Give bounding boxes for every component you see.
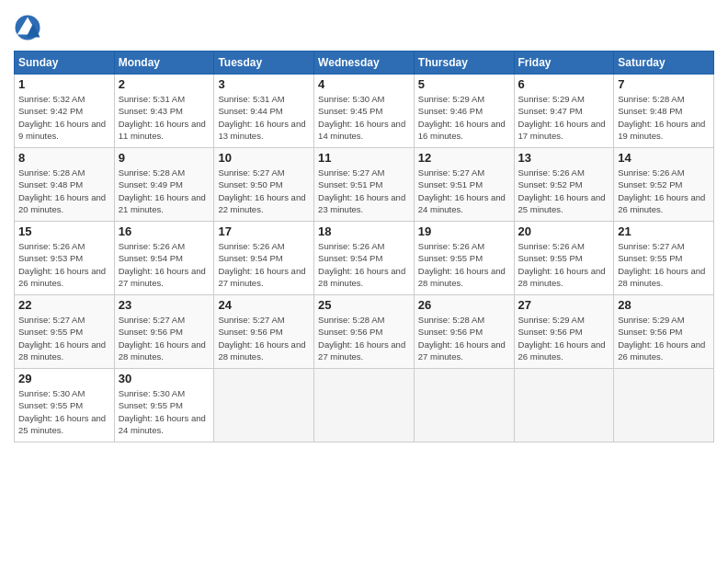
sunrise-label: Sunrise: 5:27 AM (418, 167, 484, 178)
sunrise-label: Sunrise: 5:29 AM (518, 315, 585, 325)
sunrise-label: Sunrise: 5:26 AM (18, 241, 85, 251)
sunset-label: Sunset: 9:48 PM (618, 106, 682, 116)
sunrise-label: Sunrise: 5:31 AM (119, 94, 185, 104)
day-info: Sunrise: 5:26 AM Sunset: 9:53 PM Dayligh… (18, 240, 110, 289)
daylight-label: Daylight: 16 hours and 13 minutes. (218, 119, 305, 141)
day-info: Sunrise: 5:28 AM Sunset: 9:49 PM Dayligh… (119, 167, 210, 215)
week-row-1: 1 Sunrise: 5:32 AM Sunset: 9:42 PM Dayli… (15, 75, 714, 148)
daylight-label: Daylight: 16 hours and 26 minutes. (618, 339, 705, 362)
sunrise-label: Sunrise: 5:27 AM (119, 315, 185, 325)
day-info: Sunrise: 5:30 AM Sunset: 9:55 PM Dayligh… (18, 387, 110, 436)
day-info: Sunrise: 5:26 AM Sunset: 9:55 PM Dayligh… (418, 240, 510, 289)
day-number: 12 (418, 151, 510, 165)
sunset-label: Sunset: 9:54 PM (318, 253, 382, 263)
sunrise-label: Sunrise: 5:32 AM (18, 94, 85, 104)
day-info: Sunrise: 5:29 AM Sunset: 9:47 PM Dayligh… (518, 93, 610, 142)
day-info: Sunrise: 5:27 AM Sunset: 9:56 PM Dayligh… (218, 314, 310, 362)
day-number: 5 (418, 77, 510, 91)
sunset-label: Sunset: 9:55 PM (119, 400, 183, 410)
day-number: 10 (218, 151, 310, 165)
day-number: 13 (518, 151, 610, 165)
day-header-tuesday: Tuesday (214, 52, 314, 75)
day-number: 25 (318, 298, 410, 312)
calendar-cell: 4 Sunrise: 5:30 AM Sunset: 9:45 PM Dayli… (314, 75, 415, 148)
day-info: Sunrise: 5:27 AM Sunset: 9:55 PM Dayligh… (18, 314, 110, 362)
week-row-2: 8 Sunrise: 5:28 AM Sunset: 9:48 PM Dayli… (15, 148, 714, 222)
day-number: 20 (518, 224, 610, 238)
daylight-label: Daylight: 16 hours and 16 minutes. (418, 119, 506, 141)
calendar-cell: 30 Sunrise: 5:30 AM Sunset: 9:55 PM Dayl… (114, 369, 214, 442)
daylight-label: Daylight: 16 hours and 23 minutes. (318, 192, 405, 214)
sunset-label: Sunset: 9:51 PM (318, 179, 382, 190)
daylight-label: Daylight: 16 hours and 9 minutes. (18, 119, 106, 141)
day-number: 15 (18, 224, 110, 238)
calendar-header-row: SundayMondayTuesdayWednesdayThursdayFrid… (15, 52, 714, 75)
sunrise-label: Sunrise: 5:28 AM (418, 315, 484, 325)
day-number: 16 (119, 224, 210, 238)
calendar-cell (614, 369, 714, 442)
sunset-label: Sunset: 9:49 PM (119, 179, 183, 190)
sunset-label: Sunset: 9:56 PM (119, 327, 183, 337)
day-info: Sunrise: 5:27 AM Sunset: 9:51 PM Dayligh… (318, 167, 410, 215)
daylight-label: Daylight: 16 hours and 24 minutes. (418, 192, 506, 214)
day-number: 30 (119, 372, 210, 385)
calendar-cell: 21 Sunrise: 5:27 AM Sunset: 9:55 PM Dayl… (614, 222, 714, 295)
day-info: Sunrise: 5:26 AM Sunset: 9:52 PM Dayligh… (618, 167, 710, 215)
daylight-label: Daylight: 16 hours and 28 minutes. (618, 266, 705, 288)
day-info: Sunrise: 5:28 AM Sunset: 9:56 PM Dayligh… (418, 314, 510, 362)
sunset-label: Sunset: 9:55 PM (418, 253, 483, 263)
calendar-cell: 24 Sunrise: 5:27 AM Sunset: 9:56 PM Dayl… (214, 295, 314, 369)
sunset-label: Sunset: 9:56 PM (518, 327, 583, 337)
sunrise-label: Sunrise: 5:27 AM (318, 167, 384, 178)
calendar-cell: 12 Sunrise: 5:27 AM Sunset: 9:51 PM Dayl… (414, 148, 514, 222)
day-header-sunday: Sunday (15, 52, 115, 75)
calendar-cell: 11 Sunrise: 5:27 AM Sunset: 9:51 PM Dayl… (314, 148, 415, 222)
calendar-cell: 25 Sunrise: 5:28 AM Sunset: 9:56 PM Dayl… (314, 295, 415, 369)
calendar-cell: 5 Sunrise: 5:29 AM Sunset: 9:46 PM Dayli… (414, 75, 514, 148)
day-number: 29 (18, 372, 110, 385)
sunset-label: Sunset: 9:53 PM (18, 253, 83, 263)
daylight-label: Daylight: 16 hours and 26 minutes. (518, 339, 606, 362)
sunrise-label: Sunrise: 5:28 AM (119, 167, 185, 178)
day-number: 1 (18, 77, 110, 91)
day-info: Sunrise: 5:26 AM Sunset: 9:52 PM Dayligh… (518, 167, 610, 215)
day-info: Sunrise: 5:31 AM Sunset: 9:44 PM Dayligh… (218, 93, 310, 142)
day-number: 18 (318, 224, 410, 238)
day-number: 21 (618, 224, 710, 238)
sunset-label: Sunset: 9:51 PM (418, 179, 483, 190)
daylight-label: Daylight: 16 hours and 27 minutes. (119, 266, 206, 288)
daylight-label: Daylight: 16 hours and 27 minutes. (418, 339, 506, 362)
sunset-label: Sunset: 9:45 PM (318, 106, 382, 116)
daylight-label: Daylight: 16 hours and 22 minutes. (218, 192, 305, 214)
sunrise-label: Sunrise: 5:26 AM (518, 167, 585, 178)
calendar-cell: 19 Sunrise: 5:26 AM Sunset: 9:55 PM Dayl… (414, 222, 514, 295)
daylight-label: Daylight: 16 hours and 28 minutes. (18, 339, 106, 362)
sunset-label: Sunset: 9:55 PM (618, 253, 682, 263)
daylight-label: Daylight: 16 hours and 21 minutes. (119, 192, 206, 214)
day-number: 28 (618, 298, 710, 312)
calendar-cell: 13 Sunrise: 5:26 AM Sunset: 9:52 PM Dayl… (514, 148, 614, 222)
calendar-cell (414, 369, 514, 442)
calendar-cell (514, 369, 614, 442)
day-number: 27 (518, 298, 610, 312)
calendar-cell: 17 Sunrise: 5:26 AM Sunset: 9:54 PM Dayl… (214, 222, 314, 295)
day-info: Sunrise: 5:27 AM Sunset: 9:55 PM Dayligh… (618, 240, 710, 289)
day-number: 17 (218, 224, 310, 238)
sunrise-label: Sunrise: 5:26 AM (119, 241, 185, 251)
sunset-label: Sunset: 9:56 PM (318, 327, 382, 337)
sunrise-label: Sunrise: 5:30 AM (18, 388, 85, 398)
day-info: Sunrise: 5:26 AM Sunset: 9:54 PM Dayligh… (318, 240, 410, 289)
sunrise-label: Sunrise: 5:29 AM (618, 315, 684, 325)
day-info: Sunrise: 5:27 AM Sunset: 9:51 PM Dayligh… (418, 167, 510, 215)
sunrise-label: Sunrise: 5:30 AM (119, 388, 185, 398)
calendar-cell: 7 Sunrise: 5:28 AM Sunset: 9:48 PM Dayli… (614, 75, 714, 148)
sunset-label: Sunset: 9:55 PM (18, 327, 83, 337)
sunset-label: Sunset: 9:46 PM (418, 106, 483, 116)
day-info: Sunrise: 5:26 AM Sunset: 9:54 PM Dayligh… (119, 240, 210, 289)
calendar-cell: 23 Sunrise: 5:27 AM Sunset: 9:56 PM Dayl… (114, 295, 214, 369)
daylight-label: Daylight: 16 hours and 27 minutes. (218, 266, 305, 288)
day-number: 14 (618, 151, 710, 165)
sunrise-label: Sunrise: 5:29 AM (418, 94, 484, 104)
day-info: Sunrise: 5:26 AM Sunset: 9:55 PM Dayligh… (518, 240, 610, 289)
day-info: Sunrise: 5:29 AM Sunset: 9:46 PM Dayligh… (418, 93, 510, 142)
